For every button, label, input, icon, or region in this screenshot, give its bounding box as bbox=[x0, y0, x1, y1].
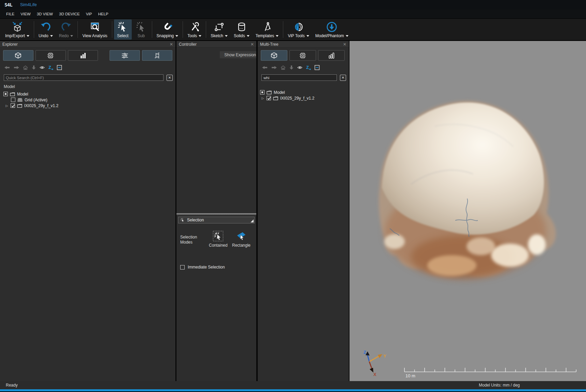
chevron-down-icon[interactable] bbox=[225, 35, 228, 38]
z-order-icon[interactable]: Z bbox=[48, 65, 54, 70]
tree-row[interactable]: Model bbox=[258, 89, 349, 95]
close-icon[interactable]: ✕ bbox=[251, 42, 254, 46]
mode-rectangle-button[interactable]: Rectangle bbox=[232, 231, 251, 248]
tab-hierarchy[interactable] bbox=[142, 50, 172, 61]
tree-row[interactable]: Model bbox=[0, 91, 175, 97]
menu-help[interactable]: HELP bbox=[95, 11, 111, 17]
chevron-down-icon[interactable] bbox=[199, 35, 201, 38]
search-input[interactable] bbox=[4, 74, 163, 81]
tab-properties[interactable] bbox=[110, 50, 140, 61]
chip-icon bbox=[46, 52, 55, 59]
menu-bar: FILE VIEW 3D VIEW 3D DEVICE ViP HELP bbox=[0, 10, 586, 18]
vip-tools-button[interactable]: ViP Tools bbox=[285, 19, 312, 40]
back-icon[interactable] bbox=[4, 65, 10, 70]
chevron-down-icon[interactable] bbox=[70, 35, 73, 38]
clear-search-icon[interactable]: ✕ bbox=[340, 75, 346, 81]
undo-arrow-icon bbox=[40, 20, 52, 33]
eye-icon[interactable] bbox=[39, 65, 45, 70]
redo-button[interactable]: Redo bbox=[56, 19, 76, 40]
toolbar-separator bbox=[206, 21, 206, 38]
chevron-down-icon[interactable] bbox=[175, 35, 178, 38]
checkbox-partial[interactable] bbox=[3, 92, 8, 96]
menu-file[interactable]: FILE bbox=[3, 11, 17, 17]
checkbox-unchecked[interactable] bbox=[11, 98, 15, 102]
tree-item-label[interactable]: Model bbox=[274, 90, 285, 95]
down-arrow-icon[interactable] bbox=[289, 65, 294, 70]
folder-icon bbox=[267, 90, 272, 95]
expand-arrow-icon[interactable]: ▷ bbox=[5, 104, 9, 107]
tab-analysis[interactable] bbox=[68, 50, 98, 61]
eye-icon[interactable] bbox=[297, 65, 303, 70]
tab-simulation[interactable] bbox=[289, 50, 316, 61]
tree-item-label[interactable]: Model bbox=[17, 92, 28, 97]
solids-button[interactable]: Solids bbox=[231, 19, 252, 40]
chevron-down-icon[interactable] bbox=[306, 35, 309, 38]
toolbar-separator bbox=[112, 21, 112, 38]
tree-item-label[interactable]: Grid (Active) bbox=[25, 98, 47, 102]
menu-view[interactable]: VIEW bbox=[17, 11, 33, 17]
menu-3d-view[interactable]: 3D VIEW bbox=[34, 11, 56, 17]
tree-row[interactable]: Grid (Active) bbox=[0, 97, 175, 103]
chevron-down-icon[interactable] bbox=[50, 35, 53, 38]
z-order-icon[interactable]: Z bbox=[306, 65, 311, 70]
mode-contained-button[interactable]: Contained bbox=[209, 231, 228, 248]
model-phantom-button[interactable]: Model/Phantom bbox=[313, 19, 351, 40]
view-analysis-button[interactable]: View Analysis bbox=[80, 19, 110, 40]
tab-model[interactable] bbox=[261, 50, 287, 61]
checkbox-checked[interactable] bbox=[11, 103, 15, 108]
grid-icon bbox=[17, 98, 23, 102]
down-arrow-icon[interactable] bbox=[31, 65, 36, 70]
selection-section-header[interactable]: Selection bbox=[178, 217, 255, 223]
show-expression-button[interactable]: Show Expression bbox=[220, 51, 256, 58]
templates-button[interactable]: Templates bbox=[253, 19, 282, 40]
tree-row[interactable]: ▷ IXI025_29y_f_v1.2 bbox=[258, 95, 349, 101]
model-phantom-label: Model/Phantom bbox=[315, 33, 344, 38]
tab-analysis[interactable] bbox=[318, 50, 345, 61]
back-icon[interactable] bbox=[262, 65, 268, 70]
snapping-button[interactable]: Snapping bbox=[154, 19, 181, 40]
close-icon[interactable]: ✕ bbox=[170, 42, 173, 46]
toolbar-separator bbox=[34, 21, 34, 38]
status-text: Ready bbox=[6, 383, 18, 388]
wrench-screwdriver-icon bbox=[188, 20, 201, 33]
checkbox-unchecked[interactable] bbox=[180, 265, 185, 270]
axis-z-label: Z bbox=[363, 350, 366, 355]
imp-export-button[interactable]: Imp/Export bbox=[2, 19, 32, 40]
select-button[interactable]: Select bbox=[114, 19, 132, 40]
close-icon[interactable]: ✕ bbox=[343, 42, 346, 46]
checkbox-partial[interactable] bbox=[260, 90, 265, 95]
expand-arrow-icon[interactable]: ▷ bbox=[261, 97, 265, 100]
chevron-down-icon[interactable] bbox=[346, 35, 348, 38]
tab-model[interactable] bbox=[3, 50, 33, 61]
checkbox-checked[interactable] bbox=[267, 96, 271, 100]
chevron-down-icon[interactable] bbox=[276, 35, 278, 38]
viewport-3d[interactable]: Z Y X 10 m bbox=[349, 41, 586, 381]
viewport-canvas[interactable]: Z Y X 10 m bbox=[349, 41, 586, 381]
forward-icon[interactable] bbox=[271, 65, 277, 70]
menu-3d-device[interactable]: 3D DEVICE bbox=[56, 11, 83, 17]
tab-simulation[interactable] bbox=[35, 50, 66, 61]
menu-vip[interactable]: ViP bbox=[83, 11, 95, 17]
tree-row[interactable]: ▷ IXI025_29y_f_v1.2 bbox=[0, 103, 175, 108]
sub-select-button[interactable]: Sub bbox=[132, 19, 150, 40]
forward-icon[interactable] bbox=[13, 65, 19, 70]
clear-search-icon[interactable]: ✕ bbox=[167, 75, 173, 81]
chip-icon bbox=[298, 52, 307, 59]
sketch-button[interactable]: Sketch bbox=[208, 19, 230, 40]
home-icon[interactable] bbox=[23, 65, 28, 70]
undo-button[interactable]: Undo bbox=[36, 19, 56, 40]
immediate-selection-row[interactable]: Immediate Selection bbox=[180, 265, 225, 270]
tools-button[interactable]: Tools bbox=[185, 19, 204, 40]
tree-item-label[interactable]: IXI025_29y_f_v1.2 bbox=[280, 96, 314, 101]
status-bar: Ready Model Units: mm / deg bbox=[0, 381, 586, 389]
search-input[interactable] bbox=[261, 74, 337, 81]
bar-chart-icon bbox=[78, 52, 87, 59]
tree-item-label[interactable]: IXI025_29y_f_v1.2 bbox=[24, 103, 58, 108]
home-icon[interactable] bbox=[280, 65, 286, 70]
horizontal-splitter[interactable] bbox=[176, 213, 256, 215]
collapse-all-icon[interactable] bbox=[57, 65, 62, 70]
chevron-down-icon[interactable] bbox=[247, 35, 249, 38]
sketch-rectangle-icon bbox=[213, 20, 225, 33]
chevron-down-icon[interactable] bbox=[27, 35, 29, 38]
collapse-all-icon[interactable] bbox=[314, 65, 320, 70]
